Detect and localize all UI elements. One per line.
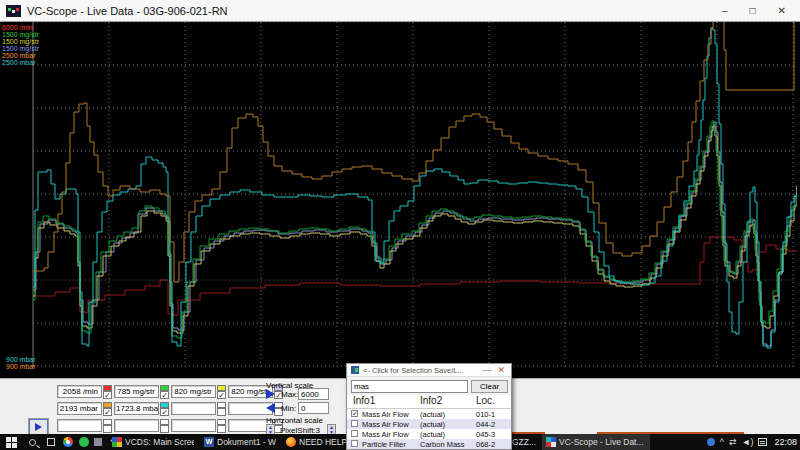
scope-plot — [0, 22, 800, 378]
axis-min-label: 900 mbar — [6, 356, 36, 363]
scale-down-arrow-icon[interactable] — [266, 403, 275, 413]
max-label: Max: — [281, 390, 298, 399]
action-center-icon[interactable] — [758, 438, 767, 446]
axis-max-label: 1500 mg/str — [2, 45, 39, 52]
taskbar-search-button[interactable] — [22, 434, 42, 450]
clear-button[interactable]: Clear — [471, 380, 508, 393]
row-select-checkbox[interactable] — [351, 430, 358, 437]
vc-scope-window: VC-Scope - Live Data - 03G-906-021-RN – … — [0, 0, 800, 450]
column-header-loc: Loc. — [476, 395, 495, 406]
measurement-value-field[interactable] — [114, 419, 159, 432]
trace-boost-actual-cyan — [33, 28, 797, 348]
axis-min-label: 900 mbar — [6, 363, 36, 370]
row-loc: 010-1 — [476, 410, 495, 419]
column-header-info2: Info2 — [420, 395, 442, 406]
start-button[interactable] — [0, 434, 22, 450]
task-view-button[interactable] — [42, 434, 60, 450]
row-loc: 044-2 — [476, 420, 495, 429]
popup-close-icon[interactable]: ✕ — [497, 365, 505, 375]
trace-enable-checkbox[interactable] — [217, 425, 226, 433]
close-icon[interactable]: ✕ — [778, 0, 786, 22]
row-info2: (actual) — [420, 430, 445, 439]
clock[interactable]: 22:08 — [774, 437, 797, 447]
max-value-field[interactable]: 6000 — [298, 388, 329, 400]
task-view-icon — [47, 438, 55, 446]
maximize-icon[interactable]: □ — [750, 0, 756, 22]
trace-maf-actual-green — [33, 121, 797, 338]
measurement-value-field[interactable]: 820 mg/str — [171, 385, 216, 398]
trace-enable-checkbox[interactable] — [103, 425, 112, 433]
taskbar-app-label: Dokument1 - Word — [217, 437, 276, 447]
trace-maf-spec-blue — [33, 122, 797, 346]
measurement-value-field[interactable]: 2058 /min — [57, 385, 102, 398]
row-info1: Mass Air Flow — [362, 410, 409, 419]
firefox-icon — [286, 437, 296, 447]
chrome-shortcut[interactable] — [60, 434, 76, 450]
trace-enable-checkbox[interactable]: ✓ — [103, 408, 112, 416]
row-info1: Particle Filter — [362, 440, 406, 449]
row-info1: Mass Air Flow — [362, 420, 409, 429]
axis-max-label: 1500 mg/str — [2, 31, 39, 38]
popup-app-icon — [351, 366, 359, 374]
popup-titlebar[interactable]: <- Click for Selection Save/L... — ✕ — [347, 364, 511, 377]
measurement-list-row[interactable]: Particle FilterCarbon Mass068-2 — [347, 439, 511, 449]
trace-enable-checkbox[interactable]: ✓ — [160, 391, 169, 399]
row-select-checkbox[interactable] — [351, 440, 358, 447]
chrome-icon — [63, 437, 73, 447]
trace-enable-checkbox[interactable]: ✓ — [217, 391, 226, 399]
search-input[interactable] — [351, 380, 468, 393]
row-select-checkbox[interactable]: ✓ — [351, 410, 358, 417]
volume-icon[interactable]: ◄) — [742, 434, 754, 450]
row-loc: 068-2 — [476, 440, 495, 449]
green-app-shortcut[interactable] — [76, 434, 91, 450]
popup-title[interactable]: <- Click for Selection Save/L... — [363, 366, 476, 375]
trace-enable-checkbox[interactable]: ✓ — [103, 391, 112, 399]
window-titlebar: VC-Scope - Live Data - 03G-906-021-RN – … — [0, 0, 800, 22]
axis-max-label: 6000 /min — [2, 24, 33, 31]
window-title: VC-Scope - Live Data - 03G-906-021-RN — [27, 5, 228, 17]
trace-enable-checkbox[interactable]: ✓ — [160, 408, 169, 416]
popup-column-headers: Info1 Info2 Loc. — [347, 395, 511, 409]
min-value-field[interactable]: 0 — [298, 402, 329, 414]
column-header-info1: Info1 — [353, 395, 375, 406]
measurement-list-row[interactable]: Mass Air Flow(actual)045-3 — [347, 429, 511, 439]
search-icon — [29, 439, 36, 446]
taskbar-app-word[interactable]: WDokument1 - Word — [200, 434, 276, 450]
row-select-checkbox[interactable] — [351, 420, 358, 427]
measurement-list-row[interactable]: ✓Mass Air Flow(actual)010-1 — [347, 409, 511, 419]
row-info2: Carbon Mass — [420, 440, 465, 449]
input-indicator-icon[interactable]: ⇄ — [729, 434, 737, 450]
play-icon — [35, 423, 42, 431]
measurement-value-field[interactable] — [57, 419, 102, 432]
measurement-value-field[interactable]: 2193 mbar — [57, 402, 102, 415]
scope-chart: 6000 /min1500 mg/str1500 mg/str1500 mg/s… — [0, 22, 800, 378]
row-info1: Mass Air Flow — [362, 430, 409, 439]
measurement-list-row[interactable]: Mass Air Flow(actual)044-2 — [347, 419, 511, 429]
show-hidden-icons-chevron[interactable]: ^ — [720, 434, 724, 450]
vcds-icon — [112, 437, 122, 447]
trace-enable-checkbox[interactable] — [160, 425, 169, 433]
system-tray: ^ ⇄ ◄) 22:08 — [707, 434, 797, 450]
trace-boost-spec-orange — [33, 22, 797, 282]
play-button[interactable] — [29, 419, 48, 435]
axis-max-label: 1500 mg/str — [2, 38, 39, 45]
popup-minimize-icon[interactable]: — — [482, 365, 491, 375]
tray-app-icon[interactable] — [707, 438, 715, 446]
taskbar-app-vcscope[interactable]: VC-Scope - Live Dat... — [542, 434, 650, 450]
trace-enable-checkbox[interactable] — [217, 408, 226, 416]
taskbar-app-label: VCDS: Main Screen — [125, 437, 194, 447]
scale-up-arrow-icon[interactable] — [266, 389, 275, 399]
measurement-value-field[interactable] — [171, 402, 216, 415]
measurement-value-field[interactable] — [171, 419, 216, 432]
gray-app-shortcut[interactable] — [91, 434, 105, 450]
minimize-icon[interactable]: – — [722, 0, 728, 22]
measurement-value-field[interactable]: 785 mg/str — [114, 385, 159, 398]
taskbar-app-label: GZZ... — [512, 437, 536, 447]
taskbar-app-vcds[interactable]: VCDS: Main Screen — [108, 434, 194, 450]
min-label: Min: — [281, 404, 296, 413]
vc-scope-app-icon — [6, 5, 21, 17]
selection-popup: <- Click for Selection Save/L... — ✕ Cle… — [346, 363, 512, 450]
measurement-value-field[interactable]: 1723.8 mba — [114, 402, 159, 415]
windows-logo-icon — [6, 437, 17, 448]
taskbar-app-hidden[interactable]: GZZ... — [508, 434, 542, 450]
